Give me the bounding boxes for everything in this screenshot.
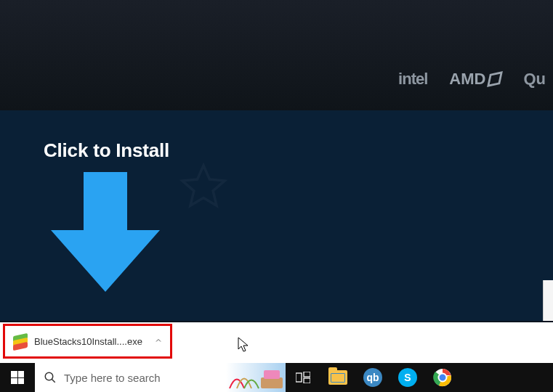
partner-q-logo: Qu [523,70,546,89]
amd-arrow-icon [488,71,504,87]
svg-rect-5 [296,373,302,382]
amd-text: AMD [449,70,485,89]
windows-taskbar: qb S [0,363,553,392]
svg-rect-4 [264,370,280,379]
partner-logos-row: intel AMD Qu [398,70,553,89]
downloaded-file-chip[interactable]: BlueStacks10Install....exe [3,324,172,359]
side-panel-edge [543,280,553,321]
skype-icon: S [398,368,417,387]
taskbar-tray: qb S [286,363,460,392]
file-explorer-button[interactable] [320,363,355,392]
mouse-cursor-icon [238,337,251,353]
intel-logo: intel [398,70,427,89]
folder-icon [328,370,347,385]
task-view-icon [296,372,310,383]
chrome-icon [433,368,452,387]
download-arrow-icon [51,172,160,292]
taskbar-search[interactable] [35,363,286,392]
install-heading: Click to Install [44,139,509,162]
star-outline-icon [178,161,229,212]
task-view-button[interactable] [286,363,320,392]
search-icon [44,371,57,384]
skype-button[interactable]: S [390,363,425,392]
svg-line-1 [52,379,55,383]
svg-point-0 [45,372,53,380]
qb-icon: qb [363,368,382,387]
download-filename: BlueStacks10Install....exe [34,336,148,347]
chrome-button[interactable] [425,363,460,392]
hero-banner: intel AMD Qu [0,0,553,110]
search-illustration [226,363,286,392]
install-panel: Click to Install [0,110,553,321]
chevron-up-icon[interactable] [154,335,163,348]
download-shelf: BlueStacks10Install....exe [0,322,553,363]
qbittorrent-button[interactable]: qb [355,363,390,392]
svg-rect-7 [304,378,310,383]
start-button[interactable] [0,363,35,392]
svg-rect-3 [261,377,283,388]
svg-rect-6 [304,372,310,377]
amd-logo: AMD [449,70,501,89]
bluestacks-icon [12,333,28,349]
windows-logo-icon [11,371,24,384]
